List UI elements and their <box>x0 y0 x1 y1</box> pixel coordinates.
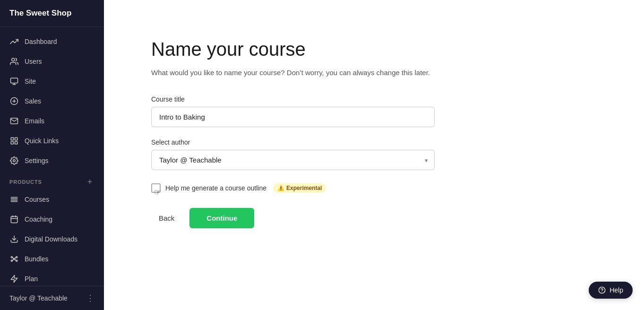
trending-up-icon <box>9 37 19 46</box>
mail-icon <box>9 116 19 126</box>
outline-checkbox-wrapper: ☞ <box>151 183 161 193</box>
sidebar-item-label: Settings <box>25 157 49 164</box>
warning-icon: ⚠️ <box>277 185 284 191</box>
svg-point-0 <box>12 58 15 61</box>
sidebar-item-site[interactable]: Site <box>0 71 104 91</box>
sidebar-item-plan[interactable]: Plan <box>0 269 104 286</box>
experimental-badge: ⚠️ Experimental <box>273 183 326 193</box>
outline-checkbox-label: Help me generate a course outline <box>165 184 266 192</box>
sidebar-item-dashboard[interactable]: Dashboard <box>0 32 104 52</box>
coaching-icon <box>9 215 19 224</box>
sidebar-item-emails[interactable]: Emails <box>0 111 104 131</box>
monitor-icon <box>9 77 19 86</box>
plan-icon <box>9 274 19 284</box>
sidebar: The Sweet Shop Dashboard User <box>0 0 104 310</box>
continue-button[interactable]: Continue <box>189 208 254 228</box>
courses-icon <box>9 195 19 204</box>
sidebar-item-label: Users <box>25 58 42 65</box>
sidebar-item-courses[interactable]: Courses <box>0 189 104 209</box>
sidebar-item-label: Bundles <box>25 255 49 263</box>
svg-rect-7 <box>11 138 13 140</box>
svg-line-27 <box>15 257 16 258</box>
outline-checkbox-row: ☞ Help me generate a course outline ⚠️ E… <box>151 183 435 193</box>
svg-line-26 <box>12 257 13 258</box>
help-button[interactable]: Help <box>589 282 633 299</box>
sidebar-item-label: Quick Links <box>25 137 59 145</box>
form-title: Name your course <box>151 38 435 60</box>
products-section-header: PRODUCTS + <box>0 171 104 189</box>
sidebar-item-label: Courses <box>25 196 49 203</box>
select-author-label: Select author <box>151 138 435 146</box>
sidebar-item-settings[interactable]: Settings <box>0 151 104 171</box>
sidebar-item-coaching[interactable]: Coaching <box>0 209 104 229</box>
sidebar-item-label: Digital Downloads <box>25 235 77 243</box>
settings-icon <box>9 156 19 165</box>
author-select-wrapper: Taylor @ Teachable ▾ <box>151 150 435 170</box>
form-subtitle: What would you like to name your course?… <box>151 67 435 78</box>
help-circle-icon <box>598 286 606 294</box>
author-select[interactable]: Taylor @ Teachable <box>151 150 435 170</box>
bundles-icon <box>9 254 19 264</box>
sidebar-logo[interactable]: The Sweet Shop <box>0 0 104 27</box>
svg-marker-30 <box>11 276 17 283</box>
svg-line-29 <box>15 259 16 261</box>
sidebar-item-label: Dashboard <box>25 38 57 45</box>
svg-rect-8 <box>15 138 17 140</box>
form-buttons: Back Continue <box>151 208 435 228</box>
svg-rect-1 <box>11 78 18 83</box>
grid-icon <box>9 136 19 146</box>
svg-point-11 <box>13 160 16 162</box>
sidebar-item-quick-links[interactable]: Quick Links <box>0 131 104 151</box>
svg-rect-9 <box>11 142 13 144</box>
sidebar-item-label: Site <box>25 78 36 85</box>
course-title-input[interactable] <box>151 107 435 127</box>
add-product-button[interactable]: + <box>85 177 94 187</box>
sidebar-item-label: Sales <box>25 97 41 105</box>
sidebar-item-bundles[interactable]: Bundles <box>0 249 104 269</box>
sidebar-item-label: Plan <box>25 275 38 283</box>
main-content: Name your course What would you like to … <box>104 0 644 310</box>
sidebar-item-users[interactable]: Users <box>0 52 104 71</box>
help-label: Help <box>610 286 623 294</box>
svg-line-28 <box>12 259 13 261</box>
sidebar-item-sales[interactable]: Sales <box>0 91 104 111</box>
digital-downloads-icon <box>9 234 19 244</box>
sidebar-item-label: Coaching <box>25 215 52 223</box>
svg-rect-16 <box>11 216 17 223</box>
dollar-icon <box>9 96 19 106</box>
course-title-label: Course title <box>151 95 435 103</box>
footer-menu-button[interactable]: ⋮ <box>86 293 94 303</box>
sidebar-item-digital-downloads[interactable]: Digital Downloads <box>0 229 104 249</box>
sidebar-footer: Taylor @ Teachable ⋮ <box>0 286 104 310</box>
outline-checkbox[interactable] <box>151 183 161 193</box>
users-icon <box>9 57 19 66</box>
course-name-form: Name your course What would you like to … <box>151 38 435 228</box>
sidebar-nav: Dashboard Users S <box>0 27 104 286</box>
footer-username: Taylor @ Teachable <box>9 294 68 302</box>
back-button[interactable]: Back <box>151 209 182 227</box>
sidebar-item-label: Emails <box>25 117 44 125</box>
experimental-label: Experimental <box>286 185 322 191</box>
svg-rect-10 <box>15 142 17 144</box>
